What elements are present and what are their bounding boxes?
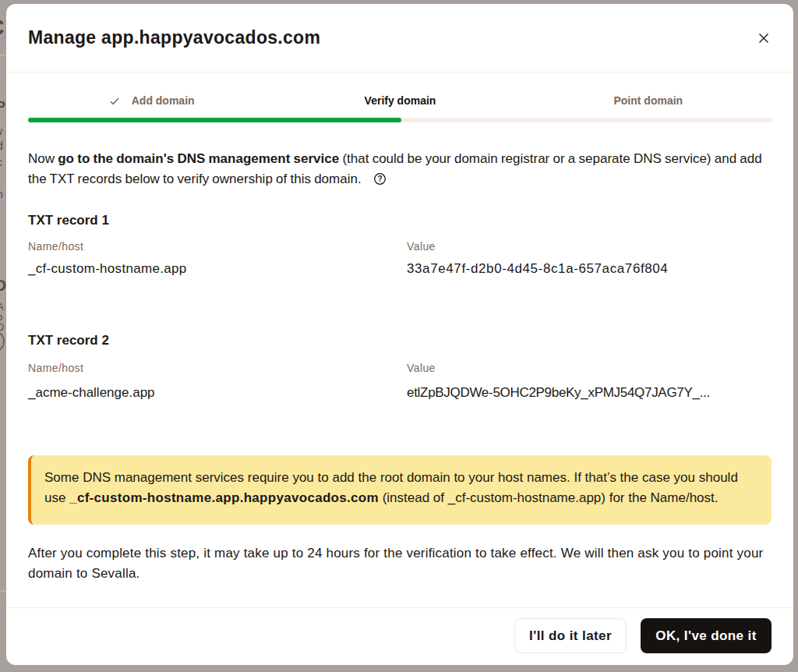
svg-text:?: ? xyxy=(377,175,382,183)
